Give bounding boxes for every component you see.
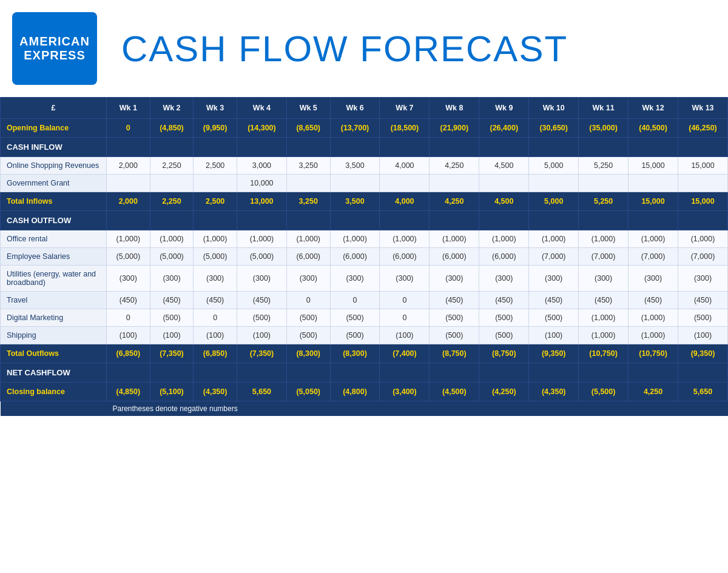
- digital-marketing-wk7: 0: [380, 309, 430, 327]
- employee-salaries-label: Employee Salaries: [1, 248, 107, 266]
- closing-balance-row: Closing balance (4,850) (5,100) (4,350) …: [1, 383, 728, 401]
- opening-balance-wk8: (21,900): [430, 119, 479, 138]
- wk13-header: Wk 13: [678, 98, 728, 119]
- travel-wk12: (450): [629, 292, 678, 309]
- total-outflows-wk8: (8,750): [430, 344, 479, 363]
- travel-wk13: (450): [678, 292, 728, 309]
- total-outflows-wk11: (10,750): [579, 344, 629, 363]
- government-grant-wk7: [380, 175, 430, 192]
- total-inflows-wk3: 2,500: [194, 192, 237, 211]
- government-grant-wk3: [194, 175, 237, 192]
- closing-balance-wk13: 5,650: [678, 383, 728, 401]
- total-outflows-wk5: (8,300): [286, 344, 330, 363]
- closing-balance-wk8: (4,500): [430, 383, 479, 401]
- government-grant-wk2: [150, 175, 194, 192]
- digital-marketing-wk8: (500): [430, 309, 479, 327]
- closing-balance-wk9: (4,250): [479, 383, 529, 401]
- total-outflows-wk3: (6,850): [194, 344, 237, 363]
- online-shopping-wk3: 2,500: [194, 157, 237, 175]
- digital-marketing-label: Digital Marketing: [1, 309, 107, 327]
- total-inflows-wk11: 5,250: [579, 192, 629, 211]
- shipping-wk1: (100): [107, 327, 150, 344]
- inflow-header-empty-10: [529, 138, 579, 157]
- footer-row: Parentheses denote negative numbers: [1, 401, 728, 417]
- utilities-wk2: (300): [150, 266, 194, 292]
- digital-marketing-wk2: (500): [150, 309, 194, 327]
- employee-salaries-wk2: (5,000): [150, 248, 194, 266]
- utilities-wk13: (300): [678, 266, 728, 292]
- travel-row: Travel (450) (450) (450) (450) 0 0 0 (45…: [1, 292, 728, 309]
- shipping-wk3: (100): [194, 327, 237, 344]
- wk9-header: Wk 9: [479, 98, 529, 119]
- travel-wk9: (450): [479, 292, 529, 309]
- closing-balance-wk1: (4,850): [107, 383, 150, 401]
- inflow-header-empty-12: [629, 138, 678, 157]
- column-header-row: £ Wk 1 Wk 2 Wk 3 Wk 4 Wk 5 Wk 6 Wk 7 Wk …: [1, 98, 728, 119]
- wk1-header: Wk 1: [107, 98, 150, 119]
- online-shopping-wk5: 3,250: [286, 157, 330, 175]
- government-grant-wk6: [330, 175, 380, 192]
- office-rental-wk6: (1,000): [330, 230, 380, 248]
- travel-wk10: (450): [529, 292, 579, 309]
- office-rental-wk4: (1,000): [237, 230, 286, 248]
- government-grant-wk9: [479, 175, 529, 192]
- digital-marketing-wk13: (500): [678, 309, 728, 327]
- government-grant-row: Government Grant 10,000: [1, 175, 728, 192]
- digital-marketing-wk10: (500): [529, 309, 579, 327]
- total-inflows-wk13: 15,000: [678, 192, 728, 211]
- wk2-header: Wk 2: [150, 98, 194, 119]
- cash-inflow-header-row: CASH INFLOW: [1, 138, 728, 157]
- employee-salaries-wk6: (6,000): [330, 248, 380, 266]
- inflow-header-empty-2: [150, 138, 194, 157]
- total-inflows-label: Total Inflows: [1, 192, 107, 211]
- inflow-header-empty-9: [479, 138, 529, 157]
- shipping-wk13: (100): [678, 327, 728, 344]
- office-rental-label: Office rental: [1, 230, 107, 248]
- travel-wk1: (450): [107, 292, 150, 309]
- digital-marketing-wk3: 0: [194, 309, 237, 327]
- office-rental-wk2: (1,000): [150, 230, 194, 248]
- digital-marketing-wk9: (500): [479, 309, 529, 327]
- online-shopping-wk7: 4,000: [380, 157, 430, 175]
- utilities-wk8: (300): [430, 266, 479, 292]
- logo-line2: EXPRESS: [24, 49, 85, 62]
- inflow-header-empty-8: [430, 138, 479, 157]
- cash-inflow-header: CASH INFLOW: [1, 138, 107, 157]
- digital-marketing-wk1: 0: [107, 309, 150, 327]
- utilities-wk10: (300): [529, 266, 579, 292]
- online-shopping-wk8: 4,250: [430, 157, 479, 175]
- travel-wk7: 0: [380, 292, 430, 309]
- utilities-wk12: (300): [629, 266, 678, 292]
- online-shopping-wk12: 15,000: [629, 157, 678, 175]
- forecast-table: £ Wk 1 Wk 2 Wk 3 Wk 4 Wk 5 Wk 6 Wk 7 Wk …: [0, 97, 728, 416]
- wk7-header: Wk 7: [380, 98, 430, 119]
- total-inflows-wk10: 5,000: [529, 192, 579, 211]
- total-outflows-wk6: (8,300): [330, 344, 380, 363]
- office-rental-row: Office rental (1,000) (1,000) (1,000) (1…: [1, 230, 728, 248]
- government-grant-wk11: [579, 175, 629, 192]
- total-inflows-wk1: 2,000: [107, 192, 150, 211]
- currency-col-header: £: [1, 98, 107, 119]
- shipping-wk11: (1,000): [579, 327, 629, 344]
- employee-salaries-wk5: (6,000): [286, 248, 330, 266]
- employee-salaries-wk7: (6,000): [380, 248, 430, 266]
- opening-balance-wk1: 0: [107, 119, 150, 138]
- office-rental-wk7: (1,000): [380, 230, 430, 248]
- office-rental-wk8: (1,000): [430, 230, 479, 248]
- closing-balance-wk3: (4,350): [194, 383, 237, 401]
- inflow-header-empty-7: [380, 138, 430, 157]
- utilities-row: Utilities (energy, water and broadband) …: [1, 266, 728, 292]
- total-inflows-wk12: 15,000: [629, 192, 678, 211]
- employee-salaries-row: Employee Salaries (5,000) (5,000) (5,000…: [1, 248, 728, 266]
- opening-balance-wk13: (46,250): [678, 119, 728, 138]
- closing-balance-wk2: (5,100): [150, 383, 194, 401]
- utilities-wk5: (300): [286, 266, 330, 292]
- total-outflows-wk12: (10,750): [629, 344, 678, 363]
- office-rental-wk5: (1,000): [286, 230, 330, 248]
- closing-balance-wk12: 4,250: [629, 383, 678, 401]
- employee-salaries-wk13: (7,000): [678, 248, 728, 266]
- digital-marketing-wk4: (500): [237, 309, 286, 327]
- closing-balance-wk11: (5,500): [579, 383, 629, 401]
- total-inflows-wk7: 4,000: [380, 192, 430, 211]
- employee-salaries-wk12: (7,000): [629, 248, 678, 266]
